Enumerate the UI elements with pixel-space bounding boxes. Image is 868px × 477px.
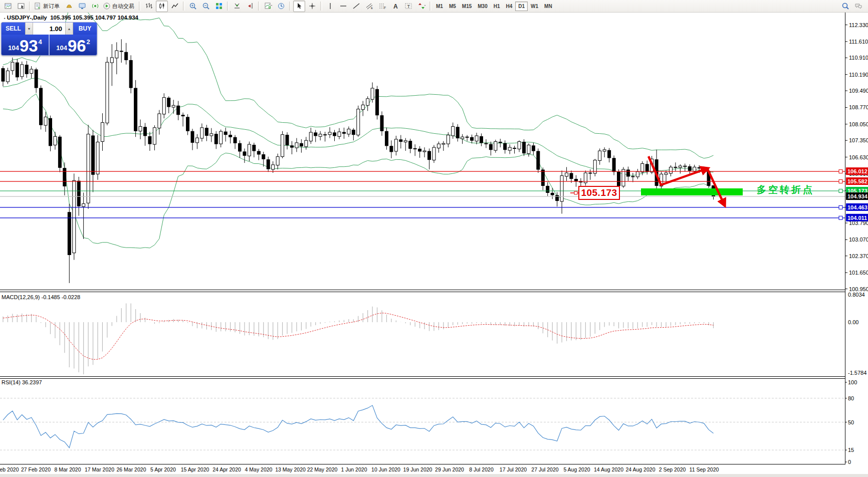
toolbar-separator [139, 2, 141, 11]
level-handle-105.173[interactable] [839, 189, 842, 193]
search-button[interactable] [839, 1, 851, 12]
svg-text:0.00: 0.00 [848, 319, 858, 325]
level-handle-104.463[interactable] [839, 205, 842, 209]
svg-text:0: 0 [848, 459, 851, 465]
period-button[interactable] [275, 1, 287, 12]
timeframe-m15-button[interactable]: M15 [459, 2, 475, 11]
buy-button[interactable]: BUY [73, 23, 97, 35]
buy-price-main: 96 [68, 39, 86, 54]
svg-text:5 Apr 2020: 5 Apr 2020 [150, 466, 176, 472]
rsi-indicator-label: RSI(14) 36.2397 [2, 379, 42, 385]
cursor-button[interactable] [293, 1, 305, 12]
chart-shift-button[interactable] [244, 1, 256, 12]
svg-text:101.650: 101.650 [849, 270, 868, 276]
timeframe-w1-button[interactable]: W1 [528, 2, 541, 11]
new-order-button[interactable]: 新订单 [33, 1, 62, 12]
svg-text:100.950: 100.950 [849, 286, 868, 292]
vertical-line-button[interactable] [324, 1, 336, 12]
chat-button[interactable] [852, 1, 864, 12]
line-chart-button[interactable] [169, 1, 181, 12]
crosshair-button[interactable] [306, 1, 318, 12]
level-handle-105.582[interactable] [839, 180, 842, 183]
profiles-button[interactable] [15, 1, 27, 12]
timeframe-m5-button[interactable]: M5 [446, 2, 459, 11]
zoom-out-icon [202, 2, 210, 10]
toolbar-separator [183, 2, 185, 11]
sell-price-panel[interactable]: 104 93 4 [2, 35, 49, 55]
chart-shift-icon [246, 2, 254, 10]
svg-text:E: E [371, 7, 373, 10]
text-label-button[interactable]: T [402, 1, 414, 12]
fibonacci-button[interactable]: F [376, 1, 388, 12]
auto-trading-button[interactable]: 自动交易 [102, 1, 137, 12]
timeframe-mn-button[interactable]: MN [541, 2, 555, 11]
search-icon [841, 2, 849, 10]
svg-text:100: 100 [848, 379, 857, 385]
channel-button[interactable]: E [363, 1, 375, 12]
timeframe-m1-button[interactable]: M1 [433, 2, 446, 11]
arrows-tool-icon [417, 2, 425, 10]
svg-text:1 Jun 2020: 1 Jun 2020 [341, 466, 367, 472]
svg-text:27 Feb 2020: 27 Feb 2020 [21, 466, 51, 472]
toolbar-separator [429, 2, 431, 11]
trade-panel-top-row: SELL ▼ ▲ BUY [2, 23, 97, 35]
svg-text:108.770: 108.770 [849, 104, 868, 110]
price-box-label: 106.012 [847, 168, 867, 174]
new-chart-button[interactable] [2, 1, 14, 12]
text-button[interactable]: A [389, 1, 401, 12]
gold-icon [65, 2, 73, 10]
svg-text:11 Sep 2020: 11 Sep 2020 [690, 466, 719, 472]
new-order-icon [34, 2, 42, 10]
text-label-icon: T [404, 2, 412, 10]
tile-windows-button[interactable] [213, 1, 225, 12]
sell-price-prefix: 104 [8, 44, 19, 52]
channel-icon: E [365, 2, 373, 10]
svg-text:17 Mar 2020: 17 Mar 2020 [85, 466, 114, 472]
svg-text:14 Aug 2020: 14 Aug 2020 [594, 466, 623, 472]
sell-price-main: 93 [20, 39, 38, 54]
bar-chart-icon [145, 2, 153, 10]
trade-panel-price-row: 104 93 4 104 96 2 [2, 35, 97, 55]
volume-increase-button[interactable]: ▲ [65, 23, 73, 35]
volume-input[interactable] [33, 23, 65, 35]
candlestick-chart-button[interactable] [156, 1, 168, 12]
chart-symbol-period: USDJPY-,Daily [7, 15, 47, 21]
svg-text:112.330: 112.330 [849, 22, 868, 28]
level-handle-106.012[interactable] [839, 170, 842, 173]
bar-chart-button[interactable] [143, 1, 155, 12]
svg-text:22 May 2020: 22 May 2020 [307, 466, 338, 472]
gold-button[interactable] [63, 1, 75, 12]
turning-point-annotation[interactable]: 多空转折点 [757, 183, 814, 196]
zoom-in-button[interactable] [187, 1, 199, 12]
svg-text:19 Jun 2020: 19 Jun 2020 [403, 466, 432, 472]
svg-text:5 Aug 2020: 5 Aug 2020 [563, 466, 590, 472]
timeframe-h1-button[interactable]: H1 [491, 2, 503, 11]
svg-text:26 Mar 2020: 26 Mar 2020 [117, 466, 146, 472]
buy-price-panel[interactable]: 104 96 2 [50, 35, 97, 55]
zoom-out-button[interactable] [200, 1, 212, 12]
toolbar-right-icons [839, 1, 865, 12]
toolbar-separator [289, 2, 291, 11]
signals-button[interactable] [89, 1, 101, 12]
arrows-tool-button[interactable] [415, 1, 427, 12]
trendline-button[interactable] [350, 1, 362, 12]
horizontal-line-button[interactable] [337, 1, 349, 12]
chart-title-icon: ▪ [4, 16, 6, 21]
one-click-trade-panel: SELL ▼ ▲ BUY 104 93 4 104 96 2 [1, 22, 97, 56]
level-handle-104.011[interactable] [839, 216, 842, 219]
sell-button[interactable]: SELL [2, 23, 25, 35]
toolbar-separator [29, 2, 31, 11]
price-flag-handle[interactable] [574, 191, 577, 194]
price-level-flag[interactable]: 105.173 [578, 186, 620, 200]
timeframe-h4-button[interactable]: H4 [503, 2, 516, 11]
crosshair-icon [308, 2, 316, 10]
add-indicator-button[interactable] [262, 1, 274, 12]
main-toolbar: 新订单自动交易EFATM1M5M15M30H1H4D1W1MN [0, 0, 868, 13]
turning-point-highlight-rect[interactable] [641, 188, 743, 195]
auto-scroll-button[interactable] [231, 1, 243, 12]
terminal-button[interactable] [76, 1, 88, 12]
timeframe-m30-button[interactable]: M30 [475, 2, 490, 11]
volume-decrease-button[interactable]: ▼ [25, 23, 33, 35]
timeframe-d1-button[interactable]: D1 [515, 2, 528, 11]
svg-text:103.070: 103.070 [849, 236, 868, 243]
